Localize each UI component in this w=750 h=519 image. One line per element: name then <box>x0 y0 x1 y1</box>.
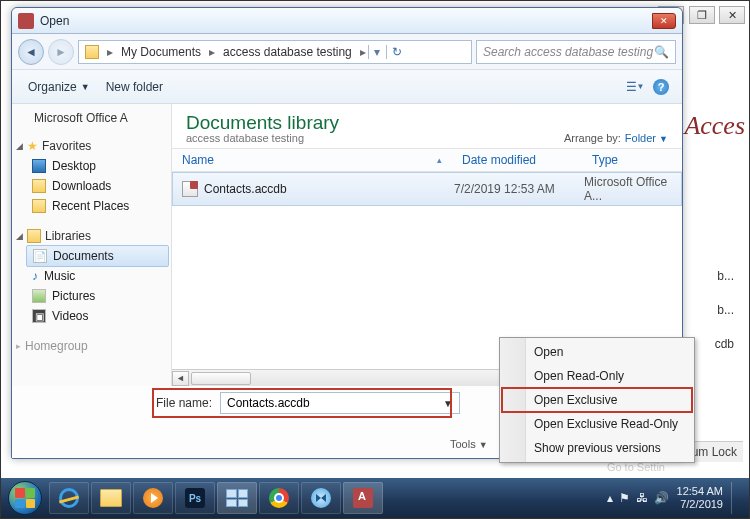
sidebar-group-favorites[interactable]: ◢★Favorites <box>12 136 171 156</box>
sidebar-item-desktop[interactable]: Desktop <box>12 156 171 176</box>
breadcrumb[interactable]: ▸ My Documents ▸ access database testing… <box>78 40 472 64</box>
tray-time: 12:54 AM <box>677 485 723 498</box>
bg-restore-icon: ❐ <box>689 6 715 24</box>
bg-recent-item: cdb <box>715 337 734 351</box>
sidebar-group-libraries[interactable]: ◢Libraries <box>12 226 171 246</box>
organize-button[interactable]: Organize ▼ <box>20 76 98 98</box>
access-icon <box>18 13 34 29</box>
access-icon <box>16 111 30 125</box>
file-row[interactable]: Contacts.accdb 7/2/2019 12:53 AM Microso… <box>172 172 682 206</box>
view-options-button[interactable]: ☰ ▼ <box>622 76 648 98</box>
menu-open-readonly[interactable]: Open Read-Only <box>502 364 692 388</box>
pictures-icon <box>32 289 46 303</box>
tray-clock[interactable]: 12:54 AM 7/2/2019 <box>677 485 723 511</box>
bg-access-title: Acces <box>684 111 745 141</box>
tray-volume-icon[interactable]: 🔊 <box>654 491 669 505</box>
scroll-left-icon[interactable]: ◄ <box>172 371 189 386</box>
show-desktop-button[interactable] <box>731 482 739 514</box>
document-icon: 📄 <box>33 249 47 263</box>
sidebar-item-pictures[interactable]: Pictures <box>12 286 171 306</box>
sidebar-item-videos[interactable]: ▣Videos <box>12 306 171 326</box>
chevron-right-icon: ▸ <box>105 45 115 59</box>
menu-open-exclusive[interactable]: Open Exclusive <box>502 388 692 412</box>
taskbar-thumbnails[interactable] <box>217 482 257 514</box>
new-folder-button[interactable]: New folder <box>98 76 171 98</box>
caret-down-icon: ◢ <box>16 231 23 241</box>
search-icon[interactable]: 🔍 <box>654 45 669 59</box>
taskbar: Ps ▴ ⚑ 🖧 🔊 12:54 AM 7/2/2019 <box>1 478 749 518</box>
system-tray[interactable]: ▴ ⚑ 🖧 🔊 12:54 AM 7/2/2019 <box>607 482 745 514</box>
taskbar-chrome[interactable] <box>259 482 299 514</box>
dialog-close-button[interactable] <box>652 13 676 29</box>
column-type[interactable]: Type <box>582 149 682 171</box>
videos-icon: ▣ <box>32 309 46 323</box>
tray-date: 7/2/2019 <box>677 498 723 511</box>
chrome-icon <box>269 488 289 508</box>
menu-open[interactable]: Open <box>502 340 692 364</box>
help-button[interactable]: ? <box>648 76 674 98</box>
column-name[interactable]: Name▴ <box>172 149 452 171</box>
desktop-icon <box>32 159 46 173</box>
taskbar-ie[interactable] <box>49 482 89 514</box>
taskbar-photoshop[interactable]: Ps <box>175 482 215 514</box>
chevron-down-icon: ▼ <box>659 134 668 144</box>
windows-logo-icon <box>8 481 42 515</box>
tray-show-hidden-icon[interactable]: ▴ <box>607 491 613 505</box>
library-title: Documents library <box>186 112 339 134</box>
bg-recent-item: b... <box>717 303 734 317</box>
music-icon: ♪ <box>32 269 38 283</box>
breadcrumb-root-icon[interactable] <box>79 41 105 63</box>
nav-back-button[interactable]: ◄ <box>18 39 44 65</box>
tray-flag-icon[interactable]: ⚑ <box>619 491 630 505</box>
access-icon <box>353 488 373 508</box>
menu-show-previous-versions[interactable]: Show previous versions <box>502 436 692 460</box>
arrange-by-label: Arrange by: <box>564 132 621 144</box>
column-headers[interactable]: Name▴ Date modified Type <box>172 148 682 172</box>
sidebar-item-downloads[interactable]: Downloads <box>12 176 171 196</box>
refresh-button[interactable]: ↻ <box>386 45 408 59</box>
folder-icon <box>100 489 122 507</box>
sidebar-item-documents[interactable]: 📄Documents <box>26 245 169 267</box>
breadcrumb-seg-2[interactable]: access database testing <box>217 41 358 63</box>
file-name: Contacts.accdb <box>204 182 287 196</box>
filename-label: File name: <box>152 396 212 410</box>
help-icon: ? <box>653 79 669 95</box>
bg-recent-item: b... <box>717 269 734 283</box>
file-date: 7/2/2019 12:53 AM <box>454 182 584 196</box>
chevron-down-icon: ▼ <box>81 82 90 92</box>
filename-input[interactable]: Contacts.accdb ▼ <box>220 392 460 414</box>
arrange-by-control[interactable]: Arrange by: Folder ▼ <box>564 132 668 144</box>
taskbar-teamviewer[interactable] <box>301 482 341 514</box>
sidebar-access-link[interactable]: Microsoft Office A <box>12 108 171 128</box>
thumbnails-icon <box>226 489 248 507</box>
sort-asc-icon: ▴ <box>437 155 442 165</box>
dialog-titlebar[interactable]: Open <box>12 8 682 34</box>
file-type: Microsoft Office A... <box>584 175 672 203</box>
start-button[interactable] <box>5 478 45 518</box>
taskbar-wmp[interactable] <box>133 482 173 514</box>
nav-forward-button[interactable]: ► <box>48 39 74 65</box>
tray-network-icon[interactable]: 🖧 <box>636 491 648 505</box>
sidebar-item-recent[interactable]: Recent Places <box>12 196 171 216</box>
photoshop-icon: Ps <box>185 488 205 508</box>
caret-right-icon: ▸ <box>16 341 21 351</box>
breadcrumb-seg-1[interactable]: My Documents <box>115 41 207 63</box>
filename-value: Contacts.accdb <box>227 396 310 410</box>
scroll-thumb[interactable] <box>191 372 251 385</box>
column-date[interactable]: Date modified <box>452 149 582 171</box>
menu-open-exclusive-readonly[interactable]: Open Exclusive Read-Only <box>502 412 692 436</box>
chevron-down-icon[interactable]: ▼ <box>443 398 453 409</box>
sidebar-item-music[interactable]: ♪Music <box>12 266 171 286</box>
star-icon: ★ <box>27 139 38 153</box>
chevron-down-icon: ▼ <box>479 440 488 450</box>
sidebar-group-homegroup[interactable]: ▸Homegroup <box>12 336 171 356</box>
taskbar-access[interactable] <box>343 482 383 514</box>
nav-sidebar: Microsoft Office A ◢★Favorites Desktop D… <box>12 104 172 386</box>
dialog-toolbar: Organize ▼ New folder ☰ ▼ ? <box>12 70 682 104</box>
dialog-title: Open <box>40 14 652 28</box>
taskbar-explorer[interactable] <box>91 482 131 514</box>
open-split-menu: Open Open Read-Only Open Exclusive Open … <box>499 337 695 463</box>
tools-button[interactable]: Tools ▼ <box>450 438 488 450</box>
breadcrumb-dropdown[interactable]: ▾ <box>368 45 386 59</box>
search-input[interactable]: Search access database testing 🔍 <box>476 40 676 64</box>
